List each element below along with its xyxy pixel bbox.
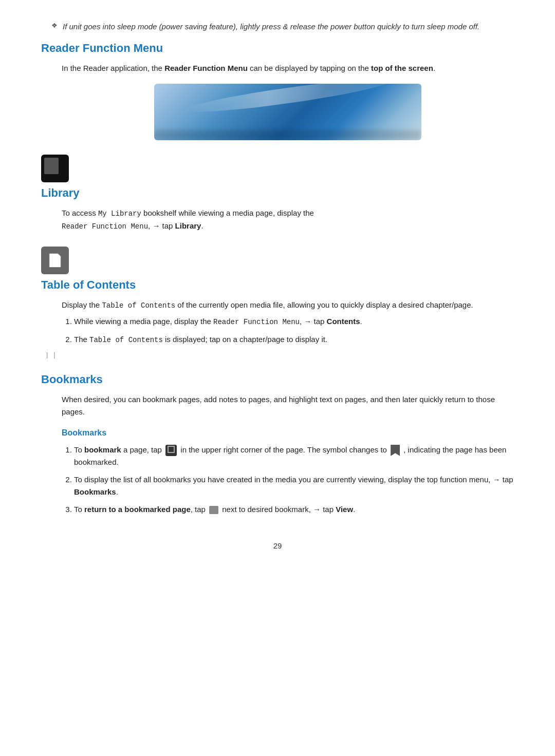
sleep-mode-note: ❖ If unit goes into sleep mode (power sa… [41,21,514,32]
reader-function-menu-body: In the Reader application, the Reader Fu… [41,62,514,140]
bookmarks-heading: Bookmarks [41,373,514,386]
bookmarks-steps-list: To bookmark a page, tap in the upper rig… [62,444,514,516]
bookmark-step-2: To display the list of all bookmarks you… [74,474,514,498]
toc-step-2: The Table of Contents is displayed; tap … [74,333,514,346]
bookmark-filled-icon [391,445,400,456]
reader-function-menu-section: Reader Function Menu In the Reader appli… [41,42,514,140]
library-section: Library To access My Library bookshelf w… [41,155,514,232]
library-body: To access My Library bookshelf while vie… [41,207,514,232]
device-image-inner [154,84,421,140]
reader-function-menu-heading: Reader Function Menu [41,42,514,55]
library-heading: Library [41,186,514,200]
toc-icon [41,247,69,274]
note-text: If unit goes into sleep mode (power savi… [63,21,479,32]
bookmark-step-3: To return to a bookmarked page, tap next… [74,503,514,516]
toc-steps-list: While viewing a media page, display the … [62,315,514,346]
page-number: 29 [41,541,514,550]
page-marker: | | [41,351,514,358]
toc-intro: Display the Table of Contents of the cur… [62,299,514,311]
bookmarks-section: Bookmarks When desired, you can bookmark… [41,373,514,516]
table-of-contents-section: Table of Contents Display the Table of C… [41,247,514,358]
table-of-contents-heading: Table of Contents [41,278,514,292]
library-text: To access My Library bookshelf while vie… [62,207,514,232]
bookmarks-subheading: Bookmarks [62,426,514,440]
bookmark-step-1: To bookmark a page, tap in the upper rig… [74,444,514,468]
bookmarks-body: When desired, you can bookmark pages, ad… [41,393,514,516]
bookmarks-intro: When desired, you can bookmark pages, ad… [62,393,514,418]
bookmark-empty-icon [165,445,177,456]
small-square-icon [209,506,218,514]
diamond-bullet: ❖ [51,22,58,29]
table-of-contents-body: Display the Table of Contents of the cur… [41,299,514,346]
toc-step-1: While viewing a media page, display the … [74,315,514,328]
device-screenshot-image [154,84,421,140]
library-icon [41,155,69,182]
reader-function-menu-text: In the Reader application, the Reader Fu… [62,62,514,74]
